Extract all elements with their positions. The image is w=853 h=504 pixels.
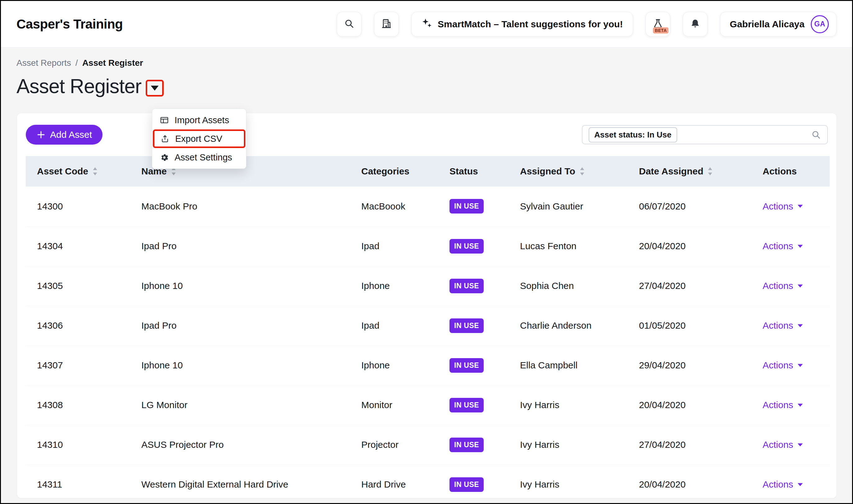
table-row: 14306 Ipad Pro Ipad IN USE Charlie Ander… [26, 306, 830, 345]
date-assigned-cell: 01/05/2020 [635, 306, 759, 345]
export-icon [160, 134, 170, 143]
actions-cell: Actions [759, 306, 830, 345]
date-assigned-cell: 27/04/2020 [635, 266, 759, 306]
column-header-assigned-to[interactable]: Assigned To [516, 156, 635, 186]
smartmatch-label: SmartMatch – Talent suggestions for you! [438, 19, 623, 30]
table-header-row: Asset Code Name Categories Status [26, 156, 830, 186]
date-assigned-cell: 06/07/2020 [635, 186, 759, 226]
chevron-down-icon [797, 443, 803, 447]
asset-category-cell: MacBoook [358, 186, 446, 226]
breadcrumb-parent[interactable]: Asset Reports [16, 58, 71, 68]
profile-menu[interactable]: Gabriella Alicaya GA [720, 12, 837, 37]
asset-name-cell: Iphone 10 [138, 266, 358, 306]
search-icon [811, 130, 821, 140]
column-header-asset-code[interactable]: Asset Code [26, 156, 138, 186]
asset-status-cell: IN USE [446, 266, 516, 306]
actions-button[interactable]: Actions [763, 400, 803, 410]
menu-item-import-assets[interactable]: Import Assets [152, 111, 246, 129]
title-dropdown-menu: Import Assets Export CSV Asset Settings [152, 109, 246, 169]
sort-icon[interactable] [92, 167, 98, 175]
menu-item-asset-settings[interactable]: Asset Settings [152, 149, 246, 166]
actions-cell: Actions [759, 226, 830, 266]
table-row: 14310 ASUS Projector Pro Projector IN US… [26, 425, 830, 465]
asset-category-cell: Projector [358, 425, 446, 465]
asset-register-card: Add Asset Asset status: In Use Asset Cod… [17, 113, 837, 498]
asset-status-cell: IN USE [446, 425, 516, 465]
menu-item-label: Export CSV [175, 134, 222, 144]
chevron-down-icon [797, 403, 803, 407]
asset-code-cell: 14306 [26, 306, 138, 345]
asset-category-cell: Iphone [358, 266, 446, 306]
actions-button[interactable]: Actions [763, 439, 803, 450]
company-button[interactable] [374, 12, 399, 37]
date-assigned-cell: 20/04/2020 [635, 385, 759, 425]
chevron-down-icon [797, 204, 803, 208]
actions-button[interactable]: Actions [763, 201, 803, 212]
add-asset-button[interactable]: Add Asset [26, 125, 103, 145]
breadcrumb-current: Asset Register [82, 58, 143, 68]
asset-category-cell: Hard Drive [358, 465, 446, 498]
table-row: 14305 Iphone 10 Iphone IN USE Sophia Che… [26, 266, 830, 306]
actions-button[interactable]: Actions [763, 479, 803, 490]
sort-icon[interactable] [708, 167, 713, 175]
chevron-down-icon [797, 483, 803, 487]
highlight-box-title-caret [146, 80, 164, 96]
title-row: Asset Register [1, 68, 852, 98]
actions-cell: Actions [759, 266, 830, 306]
asset-status-cell: IN USE [446, 306, 516, 345]
table-row: 14307 Iphone 10 Iphone IN USE Ella Campb… [26, 345, 830, 385]
asset-status-cell: IN USE [446, 345, 516, 385]
asset-code-cell: 14311 [26, 465, 138, 498]
actions-button[interactable]: Actions [763, 320, 803, 331]
column-header-date-assigned[interactable]: Date Assigned [635, 156, 759, 186]
actions-button[interactable]: Actions [763, 241, 803, 251]
table-row: 14300 MacBook Pro MacBoook IN USE Sylvai… [26, 186, 830, 226]
status-badge: IN USE [450, 358, 484, 373]
actions-cell: Actions [759, 465, 830, 498]
table-row: 14311 Western Digital External Hard Driv… [26, 465, 830, 498]
assigned-to-cell: Sophia Chen [516, 266, 635, 306]
asset-name-cell: Ipad Pro [138, 226, 358, 266]
beta-badge: BETA [653, 27, 668, 34]
breadcrumb: Asset Reports / Asset Register [1, 48, 852, 68]
search-button[interactable] [337, 12, 362, 37]
plus-icon [36, 130, 46, 139]
user-name: Gabriella Alicaya [730, 19, 804, 30]
actions-button[interactable]: Actions [763, 281, 803, 291]
assigned-to-cell: Ivy Harris [516, 425, 635, 465]
actions-button[interactable]: Actions [763, 360, 803, 371]
status-badge: IN USE [450, 319, 484, 333]
asset-name-cell: Western Digital External Hard Drive [138, 465, 358, 498]
chevron-down-icon [797, 284, 803, 288]
assigned-to-cell: Ivy Harris [516, 465, 635, 498]
smartmatch-button[interactable]: SmartMatch – Talent suggestions for you! [411, 12, 633, 37]
labs-button[interactable]: BETA [645, 12, 671, 37]
chevron-down-icon [797, 324, 803, 328]
building-icon [381, 18, 392, 30]
sort-icon[interactable] [580, 167, 585, 175]
table-row: 14304 Ipad Pro Ipad IN USE Lucas Fenton … [26, 226, 830, 266]
avatar: GA [811, 15, 829, 33]
sparkle-icon [421, 18, 432, 31]
notifications-button[interactable] [683, 12, 708, 37]
assigned-to-cell: Ella Campbell [516, 345, 635, 385]
asset-table-body: 14300 MacBook Pro MacBoook IN USE Sylvai… [26, 186, 830, 498]
asset-code-cell: 14308 [26, 385, 138, 425]
asset-name-cell: MacBook Pro [138, 186, 358, 226]
asset-status-cell: IN USE [446, 186, 516, 226]
import-icon [160, 115, 169, 125]
asset-filter-input[interactable]: Asset status: In Use [582, 125, 828, 144]
asset-name-cell: Ipad Pro [138, 306, 358, 345]
date-assigned-cell: 29/04/2020 [635, 345, 759, 385]
title-dropdown-caret-icon[interactable] [150, 85, 159, 91]
column-header-categories: Categories [358, 156, 446, 186]
asset-category-cell: Ipad [358, 226, 446, 266]
filter-tag-status[interactable]: Asset status: In Use [589, 127, 677, 142]
menu-item-export-csv[interactable]: Export CSV [153, 129, 245, 148]
breadcrumb-separator: / [75, 58, 78, 68]
asset-name-cell: Iphone 10 [138, 345, 358, 385]
asset-status-cell: IN USE [446, 226, 516, 266]
topbar: Casper's Training [1, 1, 852, 48]
table-row: 14308 LG Monitor Monitor IN USE Ivy Harr… [26, 385, 830, 425]
asset-code-cell: 14304 [26, 226, 138, 266]
